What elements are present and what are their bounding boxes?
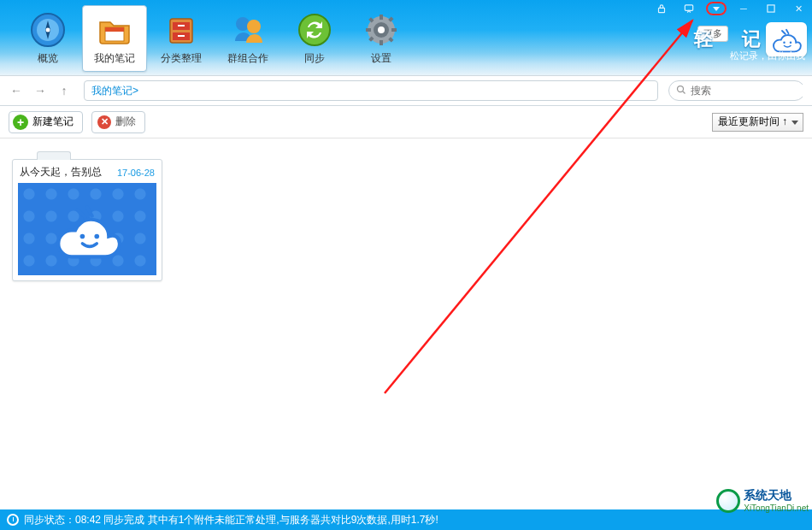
delete-button[interactable]: ✕ 删除	[91, 111, 145, 133]
app-header: ─ ✕ 概览 我的笔记 分类整理 群组合作	[0, 0, 812, 75]
svg-rect-9	[105, 27, 124, 32]
toolbar-label: 分类整理	[161, 51, 202, 66]
svg-rect-4	[768, 5, 774, 12]
svg-rect-14	[178, 35, 185, 37]
svg-point-7	[46, 27, 50, 32]
svg-rect-13	[178, 25, 185, 26]
note-thumbnail	[18, 183, 156, 275]
toolbar-sync[interactable]: 同步	[282, 5, 347, 72]
toolbar-label: 同步	[304, 51, 325, 66]
people-icon	[230, 12, 266, 48]
dropdown-menu-button[interactable]	[703, 0, 730, 17]
svg-point-28	[378, 26, 385, 33]
lock-icon[interactable]	[648, 0, 675, 17]
action-bar: + 新建笔记 ✕ 删除 最近更新时间 ↑	[0, 106, 812, 138]
gear-icon	[363, 12, 399, 48]
main-toolbar: 概览 我的笔记 分类整理 群组合作 同步	[0, 0, 422, 75]
nav-back-button[interactable]: ←	[7, 81, 26, 100]
status-text: 同步状态：08:42 同步完成 其中有1个附件未能正常处理,与服务器共对比9次数…	[24, 513, 438, 527]
maximize-button[interactable]	[757, 0, 785, 17]
nav-forward-button[interactable]: →	[31, 81, 50, 100]
compass-icon	[30, 12, 66, 48]
svg-point-29	[678, 85, 684, 91]
toolbar-label: 概览	[38, 51, 58, 66]
toolbar-overview[interactable]: 概览	[15, 5, 80, 72]
status-bar: 同步状态：08:42 同步完成 其中有1个附件未能正常处理,与服务器共对比9次数…	[0, 509, 812, 530]
content-area: 从今天起，告别总 17-06-28	[0, 138, 812, 509]
svg-point-16	[247, 20, 261, 33]
svg-rect-21	[380, 40, 383, 45]
sort-label: 最近更新时间 ↑	[718, 115, 787, 129]
brand-subtitle: 松记录，由你由我	[730, 50, 805, 62]
feedback-icon[interactable]	[675, 0, 703, 17]
toolbar-settings[interactable]: 设置	[349, 5, 414, 72]
search-input[interactable]	[691, 85, 812, 97]
svg-rect-22	[366, 28, 371, 32]
toolbar-groups[interactable]: 群组合作	[215, 5, 280, 72]
toolbar-label: 我的笔记	[94, 51, 135, 66]
nav-up-button[interactable]: ↑	[55, 81, 74, 100]
breadcrumb-bar[interactable]: 我的笔记>	[84, 80, 658, 101]
close-button[interactable]: ✕	[785, 0, 812, 17]
toolbar-my-notes[interactable]: 我的笔记	[82, 5, 147, 72]
svg-rect-23	[391, 28, 397, 32]
minimize-button[interactable]: ─	[730, 0, 757, 17]
nav-bar: ← → ↑ 我的笔记>	[0, 75, 812, 106]
clock-icon	[7, 514, 19, 526]
svg-rect-20	[380, 15, 383, 20]
sort-select[interactable]: 最近更新时间 ↑	[712, 113, 803, 132]
note-card[interactable]: 从今天起，告别总 17-06-28	[12, 159, 162, 281]
drawer-icon	[163, 12, 199, 48]
search-box[interactable]	[668, 80, 805, 101]
note-date: 17-06-28	[117, 168, 155, 178]
toolbar-label: 群组合作	[227, 51, 268, 66]
svg-point-17	[299, 15, 330, 45]
window-controls: ─ ✕	[648, 0, 812, 17]
plus-icon: +	[13, 115, 28, 130]
new-note-label: 新建笔记	[32, 115, 74, 129]
folder-icon	[97, 12, 132, 48]
brand-text-right: 记	[742, 26, 761, 52]
new-note-button[interactable]: + 新建笔记	[9, 111, 83, 133]
brand-text-left: 轻	[694, 26, 713, 52]
delete-icon: ✕	[97, 115, 111, 129]
toolbar-categorize[interactable]: 分类整理	[149, 5, 214, 72]
sync-icon	[297, 12, 332, 48]
toolbar-label: 设置	[371, 51, 391, 66]
breadcrumb-text: 我的笔记>	[91, 84, 138, 98]
search-icon	[676, 85, 686, 97]
svg-rect-2	[659, 8, 665, 12]
note-title: 从今天起，告别总	[20, 165, 102, 180]
annotation-circle	[706, 2, 727, 15]
note-tab-decoration	[37, 151, 71, 160]
delete-label: 删除	[115, 115, 136, 129]
